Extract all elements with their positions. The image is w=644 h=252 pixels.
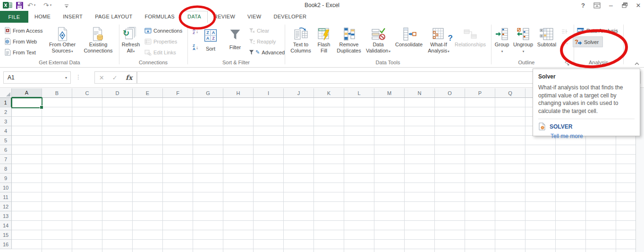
chevron-down-icon: ▾	[133, 50, 135, 53]
row-header-4[interactable]: 4	[0, 126, 12, 136]
minimize-button[interactable]: –	[606, 1, 616, 9]
tab-home[interactable]: HOME	[28, 11, 57, 23]
flash-fill-icon	[314, 25, 334, 42]
tell-me-more-link[interactable]: Tell me more	[551, 133, 635, 139]
ribbon-display-options-button[interactable]	[592, 1, 602, 9]
tooltip-feature-row: SOLVER	[538, 122, 635, 130]
row-header-1[interactable]: 1	[0, 98, 12, 107]
row-header-14[interactable]: 14	[0, 221, 12, 230]
close-button[interactable]: ✕	[633, 1, 644, 9]
column-header-b[interactable]: B	[42, 88, 72, 98]
column-header-p[interactable]: P	[465, 88, 495, 98]
from-web-button[interactable]: From Web	[3, 36, 38, 46]
tab-file[interactable]: FILE	[0, 11, 28, 23]
restore-button[interactable]	[619, 1, 630, 9]
solver-button[interactable]: ? Solver	[573, 36, 603, 47]
tab-formulas[interactable]: FORMULAS	[138, 11, 181, 23]
sort-z-to-a-button[interactable]: ZA ↓	[189, 42, 202, 53]
refresh-all-label: Refresh	[122, 42, 140, 47]
column-header-f[interactable]: F	[163, 88, 193, 98]
filter-icon	[225, 25, 246, 42]
collapse-ribbon-button[interactable]	[633, 59, 641, 69]
fill-handle[interactable]	[40, 105, 43, 109]
row-header-15[interactable]: 15	[0, 230, 12, 240]
tabs-strip: HOMEINSERTPAGE LAYOUTFORMULASDATAREVIEWV…	[28, 11, 313, 23]
consolidate-icon	[393, 25, 425, 42]
help-icon: ?	[581, 2, 585, 9]
row-header-6[interactable]: 6	[0, 145, 12, 155]
column-header-e[interactable]: E	[133, 88, 163, 98]
name-box-dropdown-icon[interactable]: ▾	[65, 76, 67, 80]
clear-filter-icon	[249, 27, 255, 34]
hide-detail-icon	[561, 41, 569, 47]
properties-button: Properties	[143, 36, 178, 46]
tooltip-divider	[538, 119, 635, 119]
sort-az-icon: AZ	[193, 28, 195, 35]
edit-links-button: Edit Links	[143, 47, 178, 57]
outline-dialog-launcher[interactable]	[563, 59, 571, 69]
filter-label: Filter	[229, 44, 241, 50]
row-header-13[interactable]: 13	[0, 211, 12, 221]
advanced-filter-button[interactable]: ✎ Advanced	[247, 47, 286, 57]
formula-bar-splitter[interactable]: ⋮	[76, 74, 81, 80]
row-header-9[interactable]: 9	[0, 174, 12, 183]
subtotal-icon	[534, 25, 559, 42]
row-header-16[interactable]: 16	[0, 240, 12, 249]
ribbon: From Access From Web From Text From Othe…	[0, 23, 644, 68]
group-separator	[285, 25, 285, 64]
tab-view[interactable]: VIEW	[241, 11, 267, 23]
enter-icon[interactable]: ✓	[112, 74, 118, 81]
from-access-button[interactable]: From Access	[3, 26, 44, 35]
column-header-d[interactable]: D	[102, 88, 133, 98]
row-header-3[interactable]: 3	[0, 117, 12, 126]
row-header-5[interactable]: 5	[0, 136, 12, 145]
tab-review[interactable]: REVIEW	[208, 11, 241, 23]
row-header-10[interactable]: 10	[0, 183, 12, 192]
tab-page-layout[interactable]: PAGE LAYOUT	[89, 11, 138, 23]
tab-developer[interactable]: DEVELOPER	[267, 11, 313, 23]
name-box[interactable]: A1 ▾	[3, 71, 71, 84]
solver-icon: ?	[575, 38, 582, 45]
from-text-button[interactable]: From Text	[3, 47, 37, 57]
chevron-down-icon: ▾	[523, 50, 525, 53]
group-icon	[492, 25, 512, 42]
data-analysis-button[interactable]: Data Analysis	[576, 26, 619, 35]
column-header-o[interactable]: O	[435, 88, 465, 98]
column-header-k[interactable]: K	[314, 88, 344, 98]
row-header-11[interactable]: 11	[0, 192, 12, 202]
insert-function-icon[interactable]: fx	[126, 74, 132, 81]
row-header-12[interactable]: 12	[0, 202, 12, 211]
what-if-analysis-label: What-If	[430, 42, 447, 47]
from-web-label: From Web	[13, 39, 37, 44]
column-header-g[interactable]: G	[193, 88, 223, 98]
name-box-value: A1	[8, 74, 15, 81]
cancel-icon[interactable]: ✕	[99, 74, 104, 81]
existing-connections-label: Existing	[89, 42, 108, 47]
row-header-2[interactable]: 2	[0, 107, 12, 117]
properties-icon	[144, 38, 152, 45]
row-header-7[interactable]: 7	[0, 155, 12, 164]
column-header-q[interactable]: Q	[495, 88, 525, 98]
restore-icon	[622, 2, 628, 8]
column-header-a[interactable]: A	[12, 88, 42, 98]
connections-button[interactable]: Connections	[143, 26, 184, 35]
column-header-i[interactable]: I	[254, 88, 284, 98]
ribbon-tab-bar: FILE HOMEINSERTPAGE LAYOUTFORMULASDATARE…	[0, 11, 644, 23]
selected-cell-a1[interactable]	[11, 97, 42, 108]
help-button[interactable]: ?	[578, 1, 588, 9]
tab-data[interactable]: DATA	[181, 11, 208, 23]
row-header-8[interactable]: 8	[0, 164, 12, 174]
chevron-down-icon: ▾	[389, 50, 390, 53]
clear-filter-button: Clear	[247, 26, 271, 35]
sort-a-to-z-button[interactable]: AZ ↓	[189, 26, 202, 37]
column-header-m[interactable]: M	[374, 88, 405, 98]
dialog-launcher-icon	[565, 61, 570, 66]
data-analysis-icon	[577, 27, 585, 34]
column-header-c[interactable]: C	[72, 88, 102, 98]
select-all-corner[interactable]	[0, 88, 12, 98]
column-header-j[interactable]: J	[284, 88, 314, 98]
column-header-h[interactable]: H	[223, 88, 254, 98]
column-header-l[interactable]: L	[344, 88, 374, 98]
tab-insert[interactable]: INSERT	[57, 11, 89, 23]
column-header-n[interactable]: N	[405, 88, 435, 98]
